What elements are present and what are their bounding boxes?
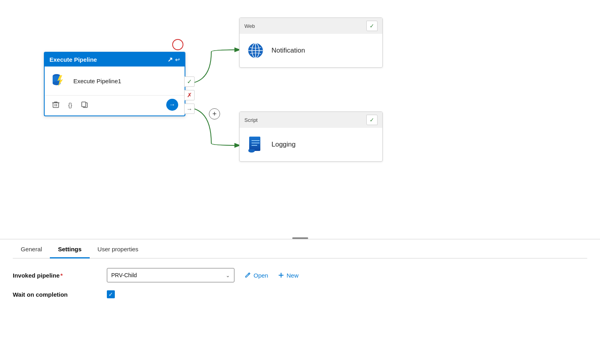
node-title: Execute Pipeline: [49, 56, 97, 63]
web-check-badge: ✓: [366, 21, 378, 31]
completion-badge[interactable]: →: [184, 104, 195, 114]
tabs: General Settings User properties: [13, 239, 587, 258]
copy-icon[interactable]: [80, 100, 89, 110]
script-check-badge: ✓: [366, 115, 378, 125]
svg-rect-20: [248, 149, 255, 151]
web-category-label: Web: [244, 23, 255, 29]
dropdown-value: PRV-Child: [111, 272, 137, 278]
new-link[interactable]: New: [278, 272, 299, 279]
pencil-icon: [244, 272, 251, 279]
success-badge[interactable]: ✓: [184, 76, 195, 87]
new-label: New: [287, 272, 299, 279]
plus-icon: [278, 272, 284, 278]
globe-icon: [246, 41, 265, 60]
wait-on-completion-checkbox[interactable]: ✓: [107, 290, 115, 298]
open-label: Open: [254, 272, 268, 279]
tab-user-properties[interactable]: User properties: [90, 239, 147, 258]
pipeline-canvas[interactable]: Execute Pipeline ↗ ↩ Execute Pipeline1: [0, 0, 600, 239]
invoked-pipeline-dropdown[interactable]: PRV-Child ⌄: [107, 268, 234, 282]
go-icon[interactable]: →: [166, 99, 178, 111]
external-link-icon[interactable]: ↗: [167, 56, 173, 63]
required-star: *: [61, 272, 63, 279]
wait-on-completion-label: Wait on completion: [13, 291, 100, 298]
web-notification-header: Web ✓: [240, 18, 382, 34]
error-indicator: [172, 39, 183, 50]
script-logging-body: Logging: [240, 128, 382, 161]
plus-icon: +: [212, 110, 217, 118]
node-body: Execute Pipeline1: [45, 67, 185, 95]
execute-pipeline-node[interactable]: Execute Pipeline ↗ ↩ Execute Pipeline1: [44, 52, 185, 116]
tab-settings[interactable]: Settings: [50, 239, 89, 258]
divider-handle[interactable]: [292, 237, 308, 239]
script-logging-header: Script ✓: [240, 112, 382, 128]
script-logging-node[interactable]: Script ✓: [239, 112, 383, 162]
header-icons: ↗ ↩: [167, 56, 180, 63]
tab-general[interactable]: General: [13, 239, 50, 258]
invoked-pipeline-label: Invoked pipeline*: [13, 272, 100, 279]
checkbox-check-icon: ✓: [108, 291, 113, 297]
connection-badges: ✓ ✗ →: [184, 76, 195, 114]
node-header: Execute Pipeline ↗ ↩: [45, 53, 185, 67]
svg-rect-8: [82, 102, 86, 107]
invoked-pipeline-row: Invoked pipeline* PRV-Child ⌄ Open New: [13, 268, 587, 282]
web-notification-node[interactable]: Web ✓ Notification: [239, 18, 383, 68]
add-activity-button[interactable]: +: [209, 108, 220, 119]
script-logging-label: Logging: [271, 141, 296, 149]
script-icon: [246, 135, 265, 154]
pipeline-icon: [51, 72, 69, 90]
chevron-down-icon: ⌄: [226, 272, 230, 278]
node-label: Execute Pipeline1: [73, 78, 121, 84]
wait-on-completion-row: Wait on completion ✓: [13, 290, 587, 298]
web-notification-body: Notification: [240, 34, 382, 67]
code-icon[interactable]: {}: [65, 100, 75, 110]
svg-rect-15: [249, 137, 260, 151]
delete-icon[interactable]: [51, 100, 61, 110]
open-link[interactable]: Open: [244, 272, 268, 279]
web-notification-label: Notification: [271, 47, 305, 55]
svg-rect-4: [53, 103, 59, 108]
undo-icon[interactable]: ↩: [175, 57, 180, 63]
settings-form: Invoked pipeline* PRV-Child ⌄ Open New: [13, 258, 587, 316]
node-actions: {} →: [45, 95, 185, 115]
failure-badge[interactable]: ✗: [184, 90, 195, 100]
script-category-label: Script: [244, 117, 258, 123]
bottom-panel: General Settings User properties Invoked…: [0, 239, 600, 316]
